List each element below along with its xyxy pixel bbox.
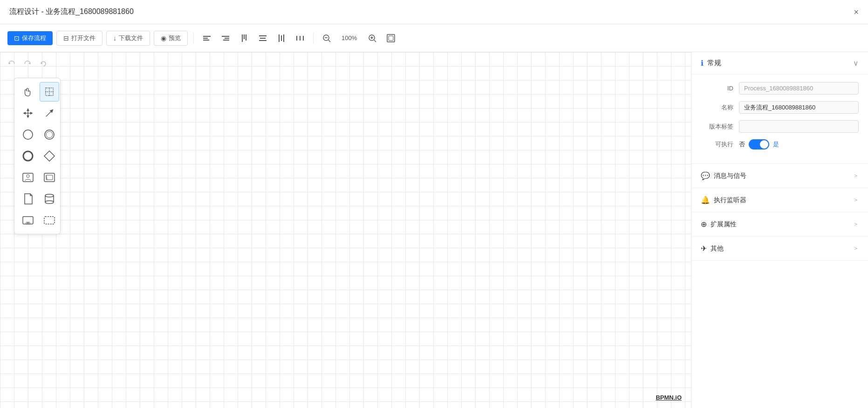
gateway-tool[interactable]	[40, 146, 59, 166]
svg-rect-1	[203, 38, 208, 39]
exec-listener-chevron-icon: ＞	[853, 196, 859, 204]
redo-button[interactable]	[21, 57, 34, 71]
page-title: 流程设计 - 业务流程_1680089881860	[9, 7, 134, 17]
name-form-row: 名称	[701, 101, 859, 114]
version-form-row: 版本标签	[701, 120, 859, 133]
save-flow-button[interactable]: ⊡ 保存流程	[7, 31, 53, 45]
toolbar-divider-2	[313, 33, 314, 44]
start-event-msg-tool[interactable]	[40, 125, 59, 144]
ext-props-icon: ⊕	[701, 220, 707, 229]
end-event-tool[interactable]	[18, 146, 38, 166]
svg-rect-26	[389, 36, 393, 41]
svg-rect-12	[279, 34, 280, 42]
distribute-button[interactable]	[293, 31, 308, 46]
db-task-tool[interactable]	[40, 189, 59, 209]
group-tool[interactable]	[40, 211, 59, 230]
align-right-button[interactable]	[218, 31, 233, 46]
open-file-button[interactable]: ⊟ 打开文件	[56, 31, 103, 46]
user-task-tool[interactable]	[18, 168, 38, 187]
general-section-header[interactable]: ℹ 常规 ∨	[691, 52, 868, 75]
svg-rect-0	[203, 36, 211, 37]
preview-button[interactable]: ◉ 预览	[154, 31, 188, 46]
other-section[interactable]: ✈ 其他 ＞	[691, 237, 868, 261]
svg-rect-16	[300, 36, 301, 41]
secondary-toolbar	[5, 57, 50, 71]
ext-props-chevron-icon: ＞	[853, 220, 859, 228]
executable-label: 可执行	[701, 140, 733, 149]
other-icon: ✈	[701, 244, 707, 253]
general-content: ID 名称 版本标签 可执行 否 是	[691, 75, 868, 164]
version-label: 版本标签	[701, 122, 733, 131]
align-left-button[interactable]	[199, 31, 214, 46]
hand-tool[interactable]	[18, 82, 38, 102]
canvas-area[interactable]: BPMN.iO	[0, 52, 691, 408]
svg-marker-36	[31, 112, 33, 114]
svg-point-41	[23, 130, 33, 139]
svg-marker-38	[27, 116, 29, 118]
svg-rect-4	[225, 38, 229, 39]
align-middle-button[interactable]	[274, 31, 289, 46]
svg-rect-8	[246, 34, 246, 41]
fit-screen-button[interactable]	[383, 31, 398, 46]
name-label: 名称	[701, 103, 733, 112]
executable-row: 可执行 否 是	[701, 139, 859, 150]
exec-listener-icon: 🔔	[701, 196, 710, 204]
service-task-tool[interactable]	[40, 168, 59, 187]
start-event-tool[interactable]	[18, 125, 38, 144]
svg-marker-45	[44, 151, 55, 161]
align-center-h-button[interactable]	[255, 31, 270, 46]
svg-rect-5	[223, 40, 229, 41]
svg-marker-29	[41, 62, 43, 64]
other-chevron-icon: ＞	[853, 245, 859, 252]
general-chevron-icon: ∨	[853, 59, 859, 68]
messages-title: 消息与信号	[714, 172, 746, 180]
download-file-button[interactable]: ↓ 下载文件	[106, 31, 150, 46]
svg-rect-6	[242, 34, 243, 42]
executable-toggle[interactable]	[749, 139, 769, 150]
exec-listener-title: 执行监听器	[714, 196, 746, 204]
subprocess-tool[interactable]	[18, 211, 38, 230]
refresh-button[interactable]	[36, 57, 50, 71]
other-title: 其他	[711, 245, 724, 253]
id-form-row: ID	[701, 82, 859, 95]
zoom-out-button[interactable]	[319, 31, 334, 46]
svg-rect-2	[203, 40, 209, 41]
version-input[interactable]	[739, 120, 859, 133]
svg-marker-28	[28, 62, 30, 64]
svg-point-43	[46, 131, 53, 138]
exec-listener-section[interactable]: 🔔 执行监听器 ＞	[691, 188, 868, 212]
zoom-in-button[interactable]	[365, 31, 380, 46]
id-input[interactable]	[739, 82, 859, 95]
svg-line-20	[328, 40, 330, 42]
right-panel: ℹ 常规 ∨ ID 名称 版本标签 可执行	[691, 52, 868, 408]
svg-marker-27	[9, 62, 11, 64]
general-info-icon: ℹ	[701, 59, 704, 68]
open-icon: ⊟	[63, 34, 69, 42]
script-task-tool[interactable]	[18, 189, 38, 209]
svg-point-47	[27, 175, 29, 177]
select-tool[interactable]	[40, 82, 59, 102]
align-top-button[interactable]	[237, 31, 252, 46]
close-button[interactable]: ×	[854, 8, 859, 16]
undo-button[interactable]	[5, 57, 19, 71]
svg-rect-15	[296, 36, 297, 41]
svg-marker-35	[24, 112, 26, 114]
messages-signals-section[interactable]: 💬 消息与信号 ＞	[691, 164, 868, 188]
general-title: 常规	[707, 59, 721, 68]
svg-rect-59	[44, 217, 55, 224]
tool-panel	[14, 78, 61, 234]
toolbar-divider-1	[193, 33, 194, 44]
bpmn-watermark[interactable]: BPMN.iO	[656, 394, 682, 401]
svg-rect-10	[260, 38, 266, 39]
download-icon: ↓	[113, 34, 116, 42]
zoom-level: 100%	[338, 34, 361, 41]
svg-rect-25	[387, 34, 395, 42]
connect-tool[interactable]	[40, 103, 59, 123]
pan-tool[interactable]	[18, 103, 38, 123]
title-bar: 流程设计 - 业务流程_1680089881860 ×	[0, 0, 868, 24]
name-input[interactable]	[739, 101, 859, 114]
ext-props-section[interactable]: ⊕ 扩展属性 ＞	[691, 212, 868, 237]
svg-rect-14	[283, 34, 284, 42]
id-label: ID	[701, 85, 733, 92]
svg-point-51	[45, 194, 54, 197]
